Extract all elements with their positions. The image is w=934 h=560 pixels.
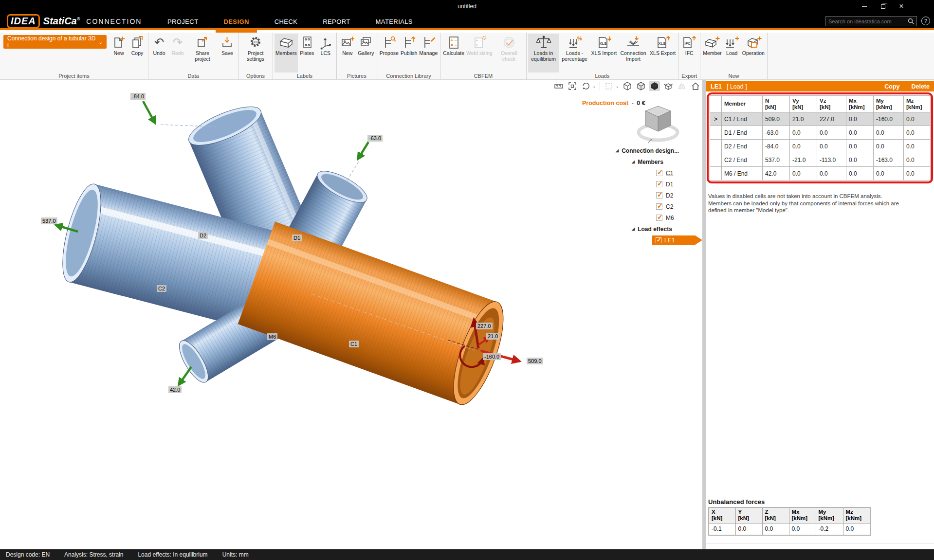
search-icon[interactable] [908,18,914,24]
tree-item-d1[interactable]: D1 [610,179,702,190]
column-header-vz[interactable]: Vz[kN] [817,96,846,112]
tab-report[interactable]: REPORT [321,13,352,30]
load-effect-panel-header: LE1 [ Load ] Copy Delete [706,81,934,91]
row-selector[interactable] [710,126,722,140]
column-header-mx[interactable]: Mx[kNm] [846,96,874,112]
member-label-c2[interactable]: C2 [157,285,166,292]
tree-item-d2[interactable]: D2 [610,190,702,201]
help-icon[interactable]: ? [921,17,930,25]
viewport-toolbar: ⌄ ⌄ [553,81,701,91]
close-button[interactable] [894,0,909,13]
shaded-view-icon[interactable] [649,81,660,91]
member-label-c1[interactable]: C1 [349,341,359,347]
checkbox-checked-icon[interactable] [656,203,662,210]
tab-design[interactable]: DESIGN [221,13,251,30]
checkbox-checked-icon[interactable] [656,192,662,199]
xls-export-button[interactable]: XLS XLS Export [649,34,677,72]
propose-button[interactable]: Propose [379,34,400,72]
connection-search-icon [381,35,397,50]
member-label-d2[interactable]: D2 [198,232,208,239]
measure-icon[interactable] [553,81,564,91]
chevron-down-icon[interactable]: ⌄ [592,84,596,89]
row-selector[interactable] [710,140,722,153]
new-load-button[interactable]: Load [723,34,741,72]
load-row-m6[interactable]: M6 / End 42.0 0.0 0.0 0.0 0.0 0.0 [710,167,931,181]
rotate-view-icon[interactable] [580,81,591,91]
minimize-button[interactable] [857,0,872,13]
viewport-3d[interactable]: -84.0 -63.0 537.0 42.0 227.0 21.0 -160.0… [0,80,702,549]
tree-item-c2[interactable]: C2 [610,201,702,212]
section-view-icon[interactable] [604,81,615,91]
ifc-export-button[interactable]: IFC IFC [680,34,698,72]
loads-in-equilibrium-button[interactable]: Loads in equilibrium [528,34,559,72]
calculate-button[interactable]: +−×÷ Calculate [442,34,465,72]
labels-plates-button[interactable]: Plates [298,34,316,72]
navigation-cube[interactable] [633,101,681,147]
mirror-view-icon[interactable] [676,81,687,91]
tree-expander-icon[interactable] [616,148,619,153]
load-row-d1[interactable]: D1 / End -63.0 0.0 0.0 0.0 0.0 0.0 [710,126,931,140]
checkbox-checked-icon[interactable] [656,170,662,176]
column-header-n[interactable]: N[kN] [763,96,790,112]
checkbox-checked-icon[interactable] [656,237,661,243]
tree-node-load-effects[interactable]: Load effects [610,223,702,235]
row-selector[interactable] [710,167,722,181]
zoom-extents-icon[interactable] [567,81,578,91]
tree-expander-icon[interactable] [632,160,635,164]
row-selector[interactable] [710,153,722,167]
image-gallery-icon [358,35,374,50]
picture-gallery-button[interactable]: Gallery [357,34,375,72]
copy-load-button[interactable]: Copy [884,83,899,90]
tree-item-c1[interactable]: C1 [610,167,702,179]
column-header-my[interactable]: My[kNm] [874,96,904,112]
checkbox-checked-icon[interactable] [656,181,662,187]
share-project-button[interactable]: Share project [187,34,218,72]
publish-button[interactable]: Publish [400,34,418,72]
save-button[interactable]: Save [218,34,237,72]
tree-item-le1[interactable]: LE1 [610,235,702,246]
copy-project-item-button[interactable]: Copy [128,34,147,72]
row-selector[interactable] [710,112,722,126]
chevron-down-icon[interactable]: ⌄ [616,84,620,89]
new-operation-button[interactable]: Operation [741,34,766,72]
checkbox-checked-icon[interactable] [656,215,662,221]
hidden-line-view-icon[interactable] [635,81,646,91]
labels-members-button[interactable]: Members [275,34,298,72]
column-header-member[interactable]: Member [722,96,763,112]
member-c1-3d[interactable] [238,221,513,410]
column-header-mz[interactable]: Mz[kNm] [904,96,931,112]
le1-active-banner[interactable]: LE1 [652,235,702,245]
tree-node-connection-design[interactable]: Connection design... [610,145,702,156]
search-input[interactable] [828,18,908,24]
tab-check[interactable]: CHECK [273,13,300,30]
project-item-selector[interactable]: Connection design of a tubular 3D t ⌄ [3,35,107,49]
column-header-vy[interactable]: Vy[kN] [790,96,817,112]
new-member-button[interactable]: Member [702,34,723,72]
tree-item-m6[interactable]: M6 [610,212,702,223]
delete-load-button[interactable]: Delete [911,83,930,90]
panel-splitter[interactable] [702,80,706,549]
member-label-m6[interactable]: M6 [267,333,277,340]
labels-lcs-button[interactable]: LCS [316,34,335,72]
picture-new-button[interactable]: New [338,34,357,72]
tab-project[interactable]: PROJECT [165,13,200,30]
tree-expander-icon[interactable] [632,227,635,231]
wireframe-view-icon[interactable] [622,81,633,91]
connection-import-button[interactable]: Connection Import [618,34,649,72]
load-row-d2[interactable]: D2 / End -84.0 0.0 0.0 0.0 0.0 0.0 [710,140,931,153]
loads-percentage-button[interactable]: % Loads - percentage [559,34,590,72]
axes-icon [317,35,334,50]
manage-button[interactable]: Manage [418,34,439,72]
undo-button[interactable]: ↶ Undo [150,34,168,72]
xls-import-button[interactable]: XLS XLS Import [590,34,618,72]
project-settings-button[interactable]: </> Project settings [240,34,271,72]
home-view-icon[interactable] [690,81,701,91]
tab-materials[interactable]: MATERIALS [374,13,415,30]
load-row-c2[interactable]: C2 / End 537.0 -21.0 -113.0 0.0 -163.0 0… [710,153,931,167]
new-project-item-button[interactable]: New [110,34,128,72]
load-row-c1[interactable]: C1 / End 509.0 21.0 227.0 0.0 -160.0 0.0 [710,112,931,126]
tree-node-members[interactable]: Members [610,156,702,167]
member-label-d1[interactable]: D1 [292,235,302,241]
maximize-button[interactable] [876,0,890,13]
exploded-view-icon[interactable] [662,81,674,91]
